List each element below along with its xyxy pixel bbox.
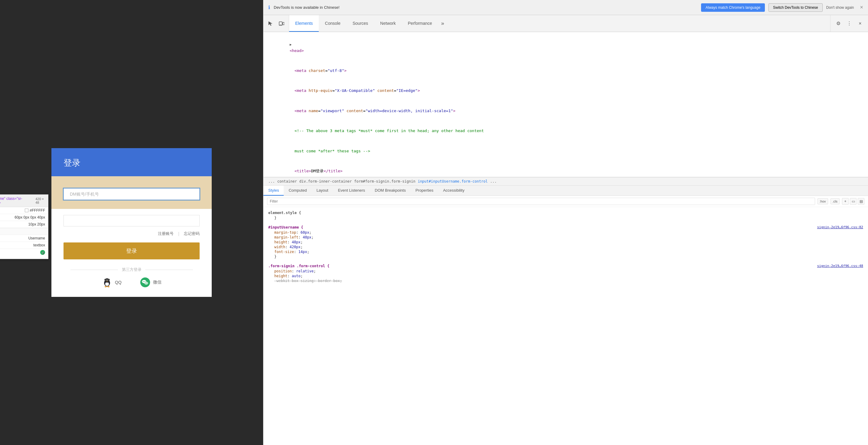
tree-line[interactable]: <meta name="viewport" content="width=dev… [264,101,868,121]
style-source-2[interactable]: signin-2e19…6f96.css:48 [817,264,863,268]
devtools-toolbar: Elements Console Sources Network Perform… [264,15,868,32]
style-rule: margin-left: 40px; [268,235,863,240]
svg-point-2 [105,282,109,286]
background-value: #FFFFFF [25,208,45,213]
accessibility-header: ACCESSIBILITY [0,228,48,235]
style-source-1[interactable]: signin-2e19…6f96.css:82 [817,225,863,229]
expand-arrow[interactable]: ∨ [41,250,45,256]
cursor-icon [268,21,273,26]
divider: | [178,231,179,236]
info-icon: ℹ [268,4,270,10]
qq-icon [102,277,113,288]
login-title: 登录 [63,157,199,169]
breadcrumb-input[interactable]: input#inputUsername.form-control [418,179,488,184]
login-header: 登录 [52,148,212,176]
filter-hov-button[interactable]: :hov [817,198,828,204]
notification-close-button[interactable]: × [860,4,863,10]
styles-tabs: Styles Computed Layout Event Listeners D… [264,186,868,196]
style-rule-close: } [268,216,863,220]
close-devtools-button[interactable]: × [855,19,865,28]
third-party-label: 第三方登录 [63,267,199,273]
styles-filter-input[interactable] [267,198,815,205]
element-size: 420 × 48 [35,197,45,204]
breadcrumb-form-inner[interactable]: div.form-inner-container [300,179,352,184]
svg-rect-20 [283,22,284,25]
svg-point-8 [106,280,107,281]
element-name: <label for="inputUsername" class="sr-onl… [0,196,35,205]
style-rule: height: 48px; [268,240,863,245]
login-button[interactable]: 登录 [63,243,199,259]
always-match-button[interactable]: Always match Chrome's language [701,3,765,12]
password-input[interactable] [63,215,199,226]
tab-sources[interactable]: Sources [347,15,374,32]
styles-tab-styles[interactable]: Styles [264,186,284,196]
svg-point-14 [143,281,144,282]
breadcrumb-form-signin[interactable]: form#form-signin.form-signin [354,179,415,184]
form-lower: 注册账号 | 忘记密码 登录 第三方登录 [52,209,212,297]
element-style-selector: element.style { [268,211,863,215]
html-tree[interactable]: ▶ <head> <meta charset="utf-8"> <meta ht… [264,32,868,177]
device-tool-button[interactable] [277,19,286,28]
styles-tab-accessibility[interactable]: Accessibility [438,186,469,196]
styles-tab-computed[interactable]: Computed [284,186,311,196]
tree-line[interactable]: ▶ <head> [264,34,868,61]
svg-point-3 [105,286,107,287]
styles-panel: Styles Computed Layout Event Listeners D… [264,186,868,445]
tab-performance[interactable]: Performance [402,15,438,32]
keyboard-row: Keyboard-focusable ✓ [0,249,48,259]
styles-tab-layout[interactable]: Layout [311,186,333,196]
breadcrumb-bar: ... container div.form-inner-container f… [264,177,868,186]
left-panel: 登录 <label for="inputUsername" class="sr-… [0,0,263,445]
register-link[interactable]: 注册账号 [158,231,174,236]
styles-tab-dom-breakpoints[interactable]: DOM Breakpoints [370,186,411,196]
inspector-element-label: <label for="inputUsername" class="sr-onl… [0,195,48,207]
style-rule: position: relative; [268,269,863,274]
svg-point-15 [145,281,146,282]
svg-point-9 [108,280,108,281]
filter-icons: + ▭ ▤ [842,198,864,205]
tab-console[interactable]: Console [319,15,346,32]
switch-chinese-button[interactable]: Switch DevTools to Chinese [769,3,823,12]
more-tabs-button[interactable]: » [438,15,447,32]
tree-line[interactable]: <title>DM登录</title> [264,161,868,177]
device-icon [279,21,284,26]
breadcrumb-container[interactable]: container [277,179,297,184]
filter-icon-btn-2[interactable]: ▭ [850,198,857,205]
more-options-button[interactable]: ⋮ [844,19,854,28]
forgot-link[interactable]: 忘记密码 [184,231,199,236]
breadcrumb-end[interactable]: ... [490,179,497,184]
styles-tab-properties[interactable]: Properties [411,186,438,196]
login-body: <label for="inputUsername" class="sr-onl… [52,176,212,209]
tree-line[interactable]: must come *after* these tags --> [264,141,868,161]
svg-point-10 [105,279,106,280]
styles-content[interactable]: element.style { } #inputUsername { signi… [264,207,868,445]
style-rule: margin-top: 60px; [268,230,863,235]
styles-tab-event-listeners[interactable]: Event Listeners [333,186,370,196]
breadcrumb-ellipsis[interactable]: ... [268,179,275,184]
svg-point-16 [144,282,148,284]
tab-network[interactable]: Network [374,15,402,32]
qq-login-button[interactable]: QQ [102,277,122,288]
filter-icon-btn-3[interactable]: ▤ [858,198,864,205]
username-input[interactable] [63,188,199,200]
wechat-login-button[interactable]: 微信 [140,277,161,288]
role-value: textbox [33,243,45,247]
cursor-tool-button[interactable] [266,19,276,28]
tab-elements[interactable]: Elements [289,15,319,32]
background-row: Background #FFFFFF [0,207,48,214]
tree-line[interactable]: <!-- The above 3 meta tags *must* come f… [264,121,868,141]
settings-button[interactable]: ⚙ [834,19,843,28]
tree-line[interactable]: <meta http-equiv="X-UA-Compatible" conte… [264,81,868,101]
color-swatch [25,209,28,212]
style-rule: width: 420px; [268,245,863,249]
form-signin-style-block: .form-signin .form-control { signin-2e19… [264,263,868,284]
margin-value: 60px 0px 0px 40px [14,215,45,220]
login-card: 登录 <label for="inputUsername" class="sr-… [52,148,212,297]
filter-plus-button[interactable]: + [842,198,849,205]
devtools-tabs: Elements Console Sources Network Perform… [289,15,830,32]
filter-cls-button[interactable]: .cls [831,198,840,204]
style-rule: font-size: 14px; [268,249,863,254]
tree-line[interactable]: <meta charset="utf-8"> [264,61,868,81]
dont-show-link[interactable]: Don't show again [826,5,854,10]
margin-row: Margin 60px 0px 0px 40px [0,214,48,221]
